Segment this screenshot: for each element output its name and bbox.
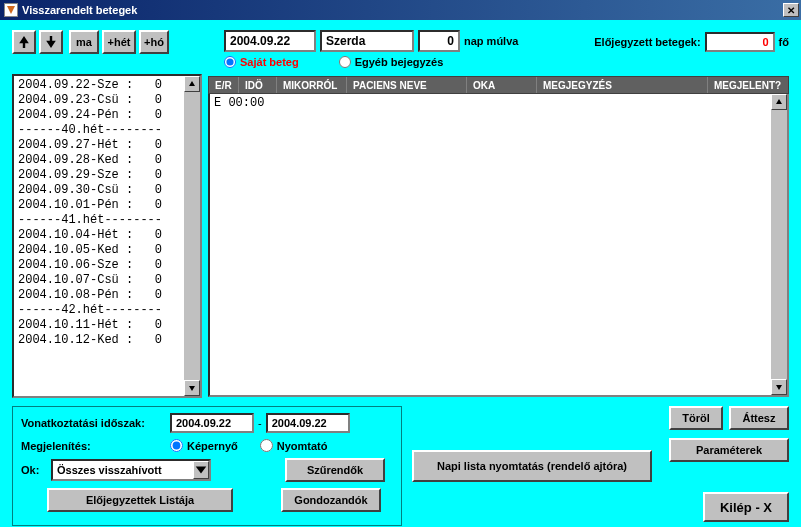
close-button[interactable]: ✕: [783, 3, 799, 17]
ok-label: Ok:: [21, 464, 47, 476]
today-button[interactable]: ma: [69, 30, 99, 54]
delete-button[interactable]: Töröl: [669, 406, 723, 430]
move-button[interactable]: Áttesz: [729, 406, 789, 430]
print-daily-button[interactable]: Napi lista nyomtatás (rendelő ajtóra): [412, 450, 652, 482]
nap-mulva-label: nap múlva: [464, 35, 518, 47]
prebooked-label: Előjegyzett betegek:: [594, 36, 700, 48]
radio-sajat-input[interactable]: [224, 56, 236, 68]
view-label: Megjelenítés:: [21, 440, 166, 452]
table-scroll-up-icon[interactable]: [771, 94, 787, 110]
plus-week-button[interactable]: +hét: [102, 30, 136, 54]
params-button[interactable]: Paraméterek: [669, 438, 789, 462]
prebooked-count: 0: [705, 32, 775, 52]
period-from-input[interactable]: [170, 413, 254, 433]
table-body[interactable]: E 00:00: [208, 94, 789, 397]
scroll-up-icon[interactable]: [184, 76, 200, 92]
gondozandok-button[interactable]: Gondozandók: [281, 488, 381, 512]
scroll-down-icon[interactable]: [184, 380, 200, 396]
days-count-field[interactable]: [418, 30, 460, 52]
radio-screen[interactable]: Képernyő: [170, 439, 238, 452]
radio-sajat[interactable]: Saját beteg: [224, 56, 299, 68]
radio-egyeb-input[interactable]: [339, 56, 351, 68]
period-to-input[interactable]: [266, 413, 350, 433]
window-title: Visszarendelt betegek: [22, 4, 137, 16]
dayname-field[interactable]: [320, 30, 414, 52]
exit-button[interactable]: Kilép - X: [703, 492, 789, 522]
table-header: E/R IDÖ MIKORRÓL PACIENS NEVE OKA MEGJEG…: [208, 76, 789, 94]
period-label: Vonatkoztatási időszak:: [21, 417, 166, 429]
prebooked-unit: fő: [779, 36, 789, 48]
next-button[interactable]: [39, 30, 63, 54]
filters-button[interactable]: Szűrendők: [285, 458, 385, 482]
radio-printer[interactable]: Nyomtató: [260, 439, 328, 452]
prev-button[interactable]: [12, 30, 36, 54]
radio-egyeb[interactable]: Egyéb bejegyzés: [339, 56, 444, 68]
date-input[interactable]: [224, 30, 316, 52]
ok-select[interactable]: Összes visszahívott: [51, 459, 211, 481]
table-scroll-down-icon[interactable]: [771, 379, 787, 395]
app-icon: [4, 3, 18, 17]
prebooked-list-button[interactable]: Előjegyzettek Listája: [47, 488, 233, 512]
chevron-down-icon[interactable]: [193, 461, 209, 479]
plus-month-button[interactable]: +hó: [139, 30, 169, 54]
bottom-panel: Vonatkoztatási időszak: - Megjelenítés: …: [12, 406, 402, 526]
day-list[interactable]: 2004.09.22-Sze : 0 2004.09.23-Csü : 0 20…: [12, 74, 202, 398]
